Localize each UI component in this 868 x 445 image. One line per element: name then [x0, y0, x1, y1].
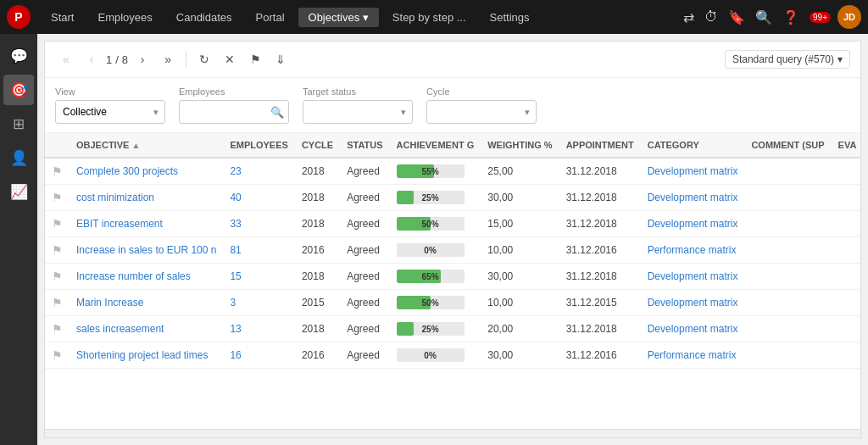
col-status[interactable]: STATUS [340, 133, 389, 158]
nav-start[interactable]: Start [41, 8, 84, 27]
data-table-wrap: OBJECTIVE ▲ EMPLOYEES CYCLE STATUS ACHIE… [45, 133, 860, 429]
progress-bar-wrap-1: 25% [397, 191, 465, 204]
category-link-4[interactable]: Development matrix [648, 270, 738, 282]
row-bookmark-0[interactable]: ⚑ [45, 158, 70, 185]
row-category-2: Development matrix [641, 211, 745, 237]
category-link-3[interactable]: Performance matrix [648, 244, 737, 256]
sidebar-objectives[interactable]: 🎯 [3, 75, 34, 105]
objective-link-3[interactable]: Increase in sales to EUR 100 n [76, 244, 216, 256]
category-link-0[interactable]: Development matrix [648, 165, 738, 177]
nav-settings[interactable]: Settings [480, 8, 540, 27]
col-employees[interactable]: EMPLOYEES [223, 133, 294, 158]
row-bookmark-6[interactable]: ⚑ [45, 316, 70, 342]
col-weighting[interactable]: WEIGHTING % [481, 133, 559, 158]
employees-num-5[interactable]: 3 [230, 297, 236, 309]
prev-page-button[interactable]: ‹ [81, 48, 103, 70]
row-bookmark-1[interactable]: ⚑ [45, 185, 70, 211]
sidebar-person[interactable]: 👤 [3, 142, 34, 173]
objective-link-5[interactable]: Marin Increase [76, 297, 143, 309]
objective-link-6[interactable]: sales increasement [76, 323, 164, 335]
toolbar: « ‹ 1 / 8 › » ↻ ✕ ⚑ ⇓ Standard query (#5… [45, 42, 860, 78]
flag-button[interactable]: ⚑ [244, 48, 266, 70]
objective-link-2[interactable]: EBIT increasement [76, 218, 163, 230]
row-bookmark-7[interactable]: ⚑ [45, 342, 70, 369]
row-appointment-2: 31.12.2018 [559, 211, 641, 237]
category-link-1[interactable]: Development matrix [648, 192, 738, 203]
logo-letter: P [14, 10, 22, 24]
row-objective-5: Marin Increase [70, 290, 223, 316]
cycle-select[interactable]: 2015 2016 2017 2018 [426, 100, 537, 124]
nav-employees[interactable]: Employees [87, 8, 162, 27]
row-category-4: Development matrix [641, 264, 745, 290]
progress-label-6: 25% [422, 325, 439, 334]
employees-num-7[interactable]: 16 [230, 349, 241, 361]
col-category[interactable]: CATEGORY [641, 133, 745, 158]
timer-icon[interactable]: ⏱ [704, 9, 718, 25]
objective-link-4[interactable]: Increase number of sales [76, 270, 191, 282]
employees-num-3[interactable]: 81 [230, 244, 241, 256]
last-page-button[interactable]: » [157, 48, 179, 70]
row-achievement-2: 50% [390, 211, 481, 237]
sidebar-chart[interactable]: 📈 [3, 176, 34, 207]
row-bookmark-5[interactable]: ⚑ [45, 290, 70, 316]
row-bookmark-3[interactable]: ⚑ [45, 237, 70, 264]
employees-num-4[interactable]: 15 [230, 270, 241, 282]
view-select[interactable]: Collective Individual Team [55, 100, 165, 124]
delete-button[interactable]: ✕ [219, 48, 241, 70]
col-objective[interactable]: OBJECTIVE ▲ [70, 133, 223, 158]
horizontal-scrollbar[interactable] [45, 429, 860, 437]
employees-num-6[interactable]: 13 [230, 323, 241, 335]
col-comment[interactable]: COMMENT (SUP [744, 133, 831, 158]
nav-objectives[interactable]: Objectives ▾ [298, 8, 379, 27]
transfer-icon[interactable]: ⇄ [683, 9, 694, 25]
progress-label-4: 65% [422, 272, 439, 281]
search-nav-icon[interactable]: 🔍 [755, 9, 772, 25]
help-icon[interactable]: ❓ [782, 9, 799, 25]
employees-num-1[interactable]: 40 [230, 192, 241, 203]
nav-step-by-step[interactable]: Step by step ... [382, 8, 476, 27]
objective-link-0[interactable]: Complete 300 projects [76, 165, 178, 177]
row-bookmark-2[interactable]: ⚑ [45, 211, 70, 237]
query-selector[interactable]: Standard query (#570) ▾ [725, 50, 850, 69]
employees-num-0[interactable]: 23 [230, 165, 241, 177]
sidebar-chat[interactable]: 💬 [3, 41, 34, 71]
objective-link-1[interactable]: cost minimization [76, 192, 154, 203]
next-page-button[interactable]: › [131, 48, 153, 70]
page-separator: / [115, 53, 119, 66]
user-avatar[interactable]: JD [837, 5, 861, 29]
row-appointment-6: 31.12.2018 [559, 316, 641, 342]
row-cycle-4: 2018 [295, 264, 340, 290]
first-page-button[interactable]: « [55, 48, 77, 70]
category-link-7[interactable]: Performance matrix [648, 349, 737, 361]
table-row: ⚑ Increase in sales to EUR 100 n 81 2016… [45, 237, 860, 264]
sidebar-grid[interactable]: ⊞ [3, 108, 34, 139]
objective-link-7[interactable]: Shortening project lead times [76, 349, 208, 361]
nav-portal[interactable]: Portal [246, 8, 295, 27]
col-appointment[interactable]: APPOINTMENT [559, 133, 641, 158]
category-link-6[interactable]: Development matrix [648, 323, 738, 335]
cycle-label: Cycle [426, 86, 537, 97]
category-link-2[interactable]: Development matrix [648, 218, 738, 230]
progress-bar-fill-1 [397, 191, 414, 204]
target-status-select[interactable]: Agreed Draft Completed [303, 100, 413, 124]
employees-label: Employees [179, 86, 289, 97]
row-evaluation-2 [832, 211, 860, 237]
refresh-button[interactable]: ↻ [193, 48, 215, 70]
row-category-1: Development matrix [641, 185, 745, 211]
col-achievement[interactable]: ACHIEVEMENT G [390, 133, 481, 158]
col-evaluation[interactable]: EVA [832, 133, 860, 158]
row-status-0: Agreed [340, 158, 389, 185]
progress-bar-wrap-5: 50% [397, 296, 465, 309]
notification-badge[interactable]: 99+ [810, 12, 831, 23]
app-logo[interactable]: P [7, 5, 31, 29]
category-link-5[interactable]: Development matrix [648, 297, 738, 309]
row-bookmark-4[interactable]: ⚑ [45, 264, 70, 290]
expand-button[interactable]: ⇓ [270, 48, 292, 70]
main-content: « ‹ 1 / 8 › » ↻ ✕ ⚑ ⇓ Standard query (#5… [37, 34, 868, 445]
bookmark-nav-icon[interactable]: 🔖 [728, 9, 745, 25]
nav-candidates[interactable]: Candidates [166, 8, 242, 27]
employees-num-2[interactable]: 33 [230, 218, 241, 230]
col-cycle[interactable]: CYCLE [295, 133, 340, 158]
row-category-5: Development matrix [641, 290, 745, 316]
row-weighting-7: 30,00 [481, 342, 559, 369]
